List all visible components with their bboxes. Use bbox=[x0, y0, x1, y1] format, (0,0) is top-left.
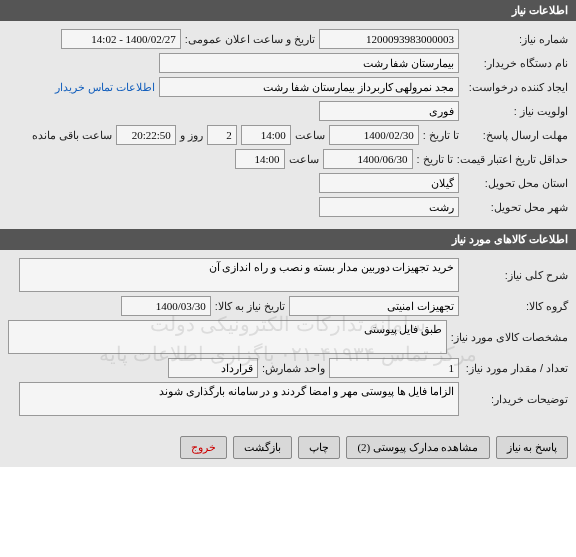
remain-input bbox=[116, 125, 176, 145]
deadline-time-input bbox=[241, 125, 291, 145]
need-date-input bbox=[121, 296, 211, 316]
min-credit-label: حداقل تاریخ اعتبار قیمت: bbox=[457, 153, 568, 166]
qty-label: تعداد / مقدار مورد نیاز: bbox=[463, 362, 568, 375]
creator-label: ایجاد کننده درخواست: bbox=[463, 81, 568, 94]
spec-input bbox=[8, 320, 447, 354]
button-row: پاسخ به نیاز مشاهده مدارک پیوستی (2) چاپ… bbox=[0, 428, 576, 467]
min-credit-time-input bbox=[235, 149, 285, 169]
desc-label: شرح کلی نیاز: bbox=[463, 269, 568, 282]
reply-button[interactable]: پاسخ به نیاز bbox=[496, 436, 569, 459]
deadline-time-label: ساعت bbox=[295, 129, 325, 142]
days-input bbox=[207, 125, 237, 145]
days-label: روز و bbox=[180, 129, 203, 142]
exit-button[interactable]: خروج bbox=[180, 436, 227, 459]
section2-header: اطلاعات کالاهای مورد نیاز bbox=[0, 229, 576, 250]
buyer-input bbox=[159, 53, 459, 73]
unit-input bbox=[168, 358, 258, 378]
city-input bbox=[319, 197, 459, 217]
need-date-label: تاریخ نیاز به کالا: bbox=[215, 300, 285, 313]
spec-label: مشخصات کالای مورد نیاز: bbox=[451, 331, 568, 344]
group-label: گروه کالا: bbox=[463, 300, 568, 313]
min-credit-time-label: ساعت bbox=[289, 153, 319, 166]
unit-label: واحد شمارش: bbox=[262, 362, 325, 375]
province-label: استان محل تحویل: bbox=[463, 177, 568, 190]
announce-label: تاریخ و ساعت اعلان عمومی: bbox=[185, 33, 315, 46]
contact-link[interactable]: اطلاعات تماس خریدار bbox=[55, 81, 155, 94]
deadline-date-input bbox=[329, 125, 419, 145]
min-credit-to-label: تا تاریخ : bbox=[417, 153, 453, 166]
attach-button[interactable]: مشاهده مدارک پیوستی (2) bbox=[346, 436, 489, 459]
notes-input bbox=[19, 382, 459, 416]
priority-input bbox=[319, 101, 459, 121]
section2-body: سامانه تدارکات الکترونیکی دولت مرکز تماس… bbox=[0, 250, 576, 428]
section1-body: شماره نیاز: تاریخ و ساعت اعلان عمومی: نا… bbox=[0, 21, 576, 229]
back-button[interactable]: بازگشت bbox=[233, 436, 292, 459]
desc-input bbox=[19, 258, 459, 292]
city-label: شهر محل تحویل: bbox=[463, 201, 568, 214]
remain-label: ساعت باقی مانده bbox=[32, 129, 112, 142]
group-input bbox=[289, 296, 459, 316]
min-credit-date-input bbox=[323, 149, 413, 169]
priority-label: اولویت نیاز : bbox=[463, 105, 568, 118]
section1-header: اطلاعات نیاز bbox=[0, 0, 576, 21]
deadline-label: مهلت ارسال پاسخ: bbox=[463, 129, 568, 142]
buyer-label: نام دستگاه خریدار: bbox=[463, 57, 568, 70]
print-button[interactable]: چاپ bbox=[298, 436, 340, 459]
creator-input bbox=[159, 77, 459, 97]
announce-input bbox=[61, 29, 181, 49]
deadline-to-label: تا تاریخ : bbox=[423, 129, 459, 142]
qty-input bbox=[329, 358, 459, 378]
notes-label: توضیحات خریدار: bbox=[463, 393, 568, 406]
req-no-label: شماره نیاز: bbox=[463, 33, 568, 46]
province-input bbox=[319, 173, 459, 193]
req-no-input bbox=[319, 29, 459, 49]
